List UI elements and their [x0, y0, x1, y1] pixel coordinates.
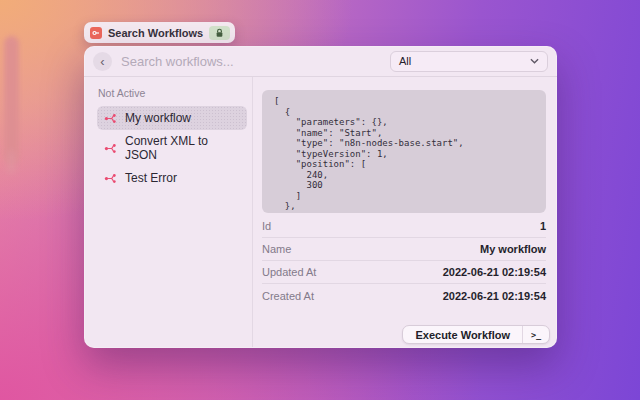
command-pill[interactable]: Search Workflows [84, 22, 235, 43]
section-label-not-active: Not Active [98, 87, 247, 99]
table-row-updated-at: Updated At 2022-06-21 02:19:54 [262, 261, 546, 284]
workflow-item-convert-xml-to-json[interactable]: Convert XML to JSON [97, 136, 247, 160]
search-bar: ‹ All [84, 46, 557, 77]
search-input[interactable] [121, 54, 381, 69]
wallpaper-brush-streak [4, 36, 19, 164]
workflow-item-label: Test Error [125, 171, 177, 185]
row-label: Id [262, 220, 271, 232]
workflow-json-code[interactable]: [ { "parameters": {}, "name": "Start", "… [262, 90, 546, 213]
table-row-id: Id 1 [262, 215, 546, 238]
workflow-item-my-workflow[interactable]: My workflow [97, 106, 247, 130]
filter-dropdown[interactable]: All [390, 51, 548, 72]
action-button-group: Execute Workflow >_ [402, 325, 550, 344]
search-workflows-window: ‹ All Not Active My workflow [84, 46, 557, 348]
terminal-icon: >_ [531, 330, 541, 340]
lock-badge [209, 26, 230, 40]
workflow-detail-panel: [ { "parameters": {}, "name": "Start", "… [253, 77, 557, 347]
workflow-item-test-error[interactable]: Test Error [97, 166, 247, 190]
back-chevron-icon: ‹ [100, 54, 104, 69]
wallpaper-brush-streak [7, 150, 16, 174]
window-body: Not Active My workflow Convert XML to JS… [84, 77, 557, 347]
lock-icon [215, 28, 224, 38]
execute-workflow-button[interactable]: Execute Workflow [403, 326, 523, 343]
back-button[interactable]: ‹ [93, 52, 112, 71]
desktop-background: Search Workflows ‹ All Not Active [0, 0, 640, 400]
row-value: 2022-06-21 02:19:54 [443, 290, 546, 302]
command-pill-title: Search Workflows [108, 27, 203, 39]
row-label: Updated At [262, 266, 316, 278]
table-row-created-at: Created At 2022-06-21 02:19:54 [262, 284, 546, 307]
workflow-item-label: Convert XML to JSON [125, 134, 241, 162]
row-value: My workflow [480, 243, 546, 255]
filter-dropdown-value: All [399, 55, 411, 67]
n8n-app-icon [90, 27, 102, 39]
row-label: Created At [262, 290, 314, 302]
chevron-down-icon [530, 58, 539, 64]
row-value: 2022-06-21 02:19:54 [443, 266, 546, 278]
terminal-actions-button[interactable]: >_ [523, 326, 549, 343]
workflow-icon [104, 112, 117, 125]
workflow-icon [104, 172, 117, 185]
workflow-metadata-table: Id 1 Name My workflow Updated At 2022-06… [262, 215, 546, 307]
workflow-icon [104, 142, 117, 155]
table-row-name: Name My workflow [262, 238, 546, 261]
workflow-list: Not Active My workflow Convert XML to JS… [84, 77, 253, 347]
row-label: Name [262, 243, 291, 255]
row-value: 1 [540, 220, 546, 232]
workflow-item-label: My workflow [125, 111, 191, 125]
